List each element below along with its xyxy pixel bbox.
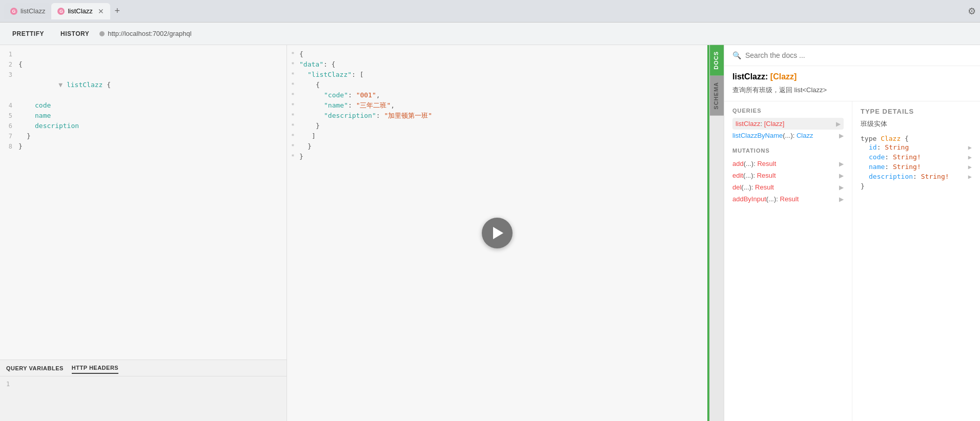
docs-query-item-0[interactable]: listClazz: [Clazz] ▶ xyxy=(732,118,844,130)
docs-mutation-item-2[interactable]: del(...): Result ▶ xyxy=(732,181,844,193)
variables-body[interactable]: 1 xyxy=(0,376,287,392)
code-line-1: 1 xyxy=(0,49,287,59)
type-field-code[interactable]: code: String! ▶ xyxy=(861,152,972,162)
variables-line-1: 1 xyxy=(6,381,10,388)
url-text: http://localhost:7002/graphql xyxy=(108,30,191,37)
mutation-2-chevron: ▶ xyxy=(839,184,844,191)
history-button[interactable]: HISTORY xyxy=(54,28,95,40)
url-dot-icon xyxy=(99,31,105,36)
side-tabs: DOCS SCHEMA xyxy=(709,45,724,421)
type-field-id-arrow: ▶ xyxy=(968,144,972,151)
tab-2[interactable]: G listClazz ✕ xyxy=(51,3,110,19)
docs-tab[interactable]: DOCS xyxy=(710,45,724,76)
docs-subtitle: 查询所有班级，返回 list<Clazz> xyxy=(724,83,980,101)
editor-panel: 1 2 { 3 ▼ listClazz { 4 code 5 name xyxy=(0,45,287,421)
browser-chrome: G listClazz G listClazz ✕ + ⚙ xyxy=(0,0,980,23)
result-line-10: * } xyxy=(287,141,707,152)
result-line-7: * "description": "加里顿第一班" xyxy=(287,111,707,121)
tab-2-icon: G xyxy=(57,8,65,15)
result-line-8: * } xyxy=(287,121,707,131)
tab-1-label: listClazz xyxy=(21,7,45,15)
tab-1[interactable]: G listClazz xyxy=(4,3,51,19)
type-field-code-arrow: ▶ xyxy=(968,154,972,161)
docs-title-bar: listClazz: [Clazz] xyxy=(724,66,980,83)
schema-tab[interactable]: SCHEMA xyxy=(710,76,724,116)
type-field-description[interactable]: description: String! ▶ xyxy=(861,172,972,181)
search-icon: 🔍 xyxy=(732,51,741,59)
new-tab-button[interactable]: + xyxy=(110,4,125,18)
main-layout: 1 2 { 3 ▼ listClazz { 4 code 5 name xyxy=(0,45,980,421)
docs-title-type: [Clazz] xyxy=(770,72,797,81)
prettify-button[interactable]: PRETTIFY xyxy=(6,28,50,40)
code-line-2: 2 { xyxy=(0,59,287,70)
result-line-6: * "name": "三年二班", xyxy=(287,100,707,111)
docs-search-input[interactable] xyxy=(745,51,972,59)
editor-area[interactable]: 1 2 { 3 ▼ listClazz { 4 code 5 name xyxy=(0,45,287,360)
type-field-description-arrow: ▶ xyxy=(968,173,972,180)
type-details-title: TYPE DETAILS xyxy=(861,108,972,115)
docs-search: 🔍 xyxy=(724,45,980,66)
type-field-name-arrow: ▶ xyxy=(968,163,972,171)
mutation-3-chevron: ▶ xyxy=(839,196,844,203)
type-def: type Clazz { id: String ▶ code: String! … xyxy=(861,135,972,191)
play-icon xyxy=(493,227,503,239)
docs-mutation-item-1[interactable]: edit(...): Result ▶ xyxy=(732,170,844,181)
mutations-section-title: MUTATIONS xyxy=(732,148,844,154)
tab-1-icon: G xyxy=(10,8,17,15)
docs-content: QUERIES listClazz: [Clazz] ▶ listClazzBy… xyxy=(724,101,980,421)
http-headers-tab[interactable]: HTTP HEADERS xyxy=(72,363,118,374)
settings-icon[interactable]: ⚙ xyxy=(968,6,976,17)
type-def-close: } xyxy=(861,181,972,191)
code-line-6: 6 description xyxy=(0,121,287,131)
result-line-1: * { xyxy=(287,49,707,59)
query-variables-tab[interactable]: QUERY VARIABLES xyxy=(6,363,64,373)
result-line-3: * "listClazz": [ xyxy=(287,70,707,80)
result-line-4: * { xyxy=(287,80,707,90)
docs-mutation-item-0[interactable]: add(...): Result ▶ xyxy=(732,158,844,170)
variables-tabs: QUERY VARIABLES HTTP HEADERS xyxy=(0,360,287,376)
docs-query-item-1[interactable]: listClazzByName(...): Clazz ▶ xyxy=(732,130,844,141)
result-line-5: * "code": "001", xyxy=(287,90,707,100)
code-line-8: 8 } xyxy=(0,141,287,152)
toolbar: PRETTIFY HISTORY http://localhost:7002/g… xyxy=(0,23,980,45)
code-line-4: 4 code xyxy=(0,100,287,111)
docs-right: TYPE DETAILS 班级实体 type Clazz { id: Strin… xyxy=(852,101,980,421)
tab-2-label: listClazz xyxy=(68,7,92,15)
url-bar: http://localhost:7002/graphql xyxy=(99,30,191,37)
query-0-chevron: ▶ xyxy=(836,120,841,128)
docs-panel: 🔍 listClazz: [Clazz] 查询所有班级，返回 list<Claz… xyxy=(724,45,980,421)
query-1-chevron: ▶ xyxy=(839,132,844,139)
code-line-7: 7 } xyxy=(0,131,287,141)
docs-title-text: listClazz: xyxy=(732,72,768,81)
result-line-11: * } xyxy=(287,152,707,162)
docs-mutation-item-3[interactable]: addByInput(...): Result ▶ xyxy=(732,193,844,205)
result-panel: * { * "data": { * "listClazz": [ * { * "… xyxy=(287,45,707,421)
docs-left: QUERIES listClazz: [Clazz] ▶ listClazzBy… xyxy=(724,101,852,421)
tab-2-close[interactable]: ✕ xyxy=(98,7,104,15)
variables-panel: QUERY VARIABLES HTTP HEADERS 1 xyxy=(0,360,287,421)
type-details-description: 班级实体 xyxy=(861,119,972,129)
result-line-9: * ] xyxy=(287,131,707,141)
type-def-open: type Clazz { xyxy=(861,135,972,142)
code-line-3: 3 ▼ listClazz { xyxy=(0,70,287,100)
mutation-1-chevron: ▶ xyxy=(839,172,844,179)
mutation-0-chevron: ▶ xyxy=(839,160,844,167)
type-field-id[interactable]: id: String ▶ xyxy=(861,142,972,152)
result-line-2: * "data": { xyxy=(287,59,707,70)
queries-section-title: QUERIES xyxy=(732,108,844,114)
play-button[interactable] xyxy=(482,218,513,248)
code-line-5: 5 name xyxy=(0,111,287,121)
type-field-name[interactable]: name: String! ▶ xyxy=(861,162,972,172)
